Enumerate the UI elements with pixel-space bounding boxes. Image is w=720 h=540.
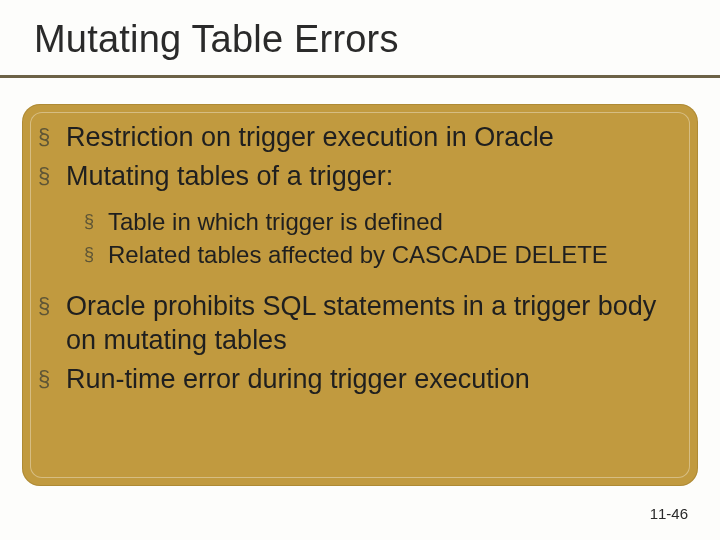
bullet-level1: § Mutating tables of a trigger: <box>38 159 682 194</box>
slide: Mutating Table Errors § Restriction on t… <box>0 0 720 540</box>
slide-title: Mutating Table Errors <box>34 18 720 61</box>
title-area: Mutating Table Errors <box>0 0 720 67</box>
bullet-text: Run-time error during trigger execution <box>66 362 682 397</box>
bullet-level2: § Table in which trigger is defined <box>84 207 682 238</box>
bullet-text: Restriction on trigger execution in Orac… <box>66 120 682 155</box>
square-bullet-icon: § <box>38 289 66 358</box>
bullet-level2: § Related tables affected by CASCADE DEL… <box>84 240 682 271</box>
square-bullet-icon: § <box>84 207 108 238</box>
sub-bullet-group: § Table in which trigger is defined § Re… <box>84 207 682 270</box>
square-bullet-icon: § <box>84 240 108 271</box>
page-number: 11-46 <box>650 505 688 522</box>
bullet-text: Mutating tables of a trigger: <box>66 159 682 194</box>
bullet-text: Oracle prohibits SQL statements in a tri… <box>66 289 682 358</box>
content-body: § Restriction on trigger execution in Or… <box>38 116 682 400</box>
square-bullet-icon: § <box>38 362 66 397</box>
square-bullet-icon: § <box>38 120 66 155</box>
bullet-text: Related tables affected by CASCADE DELET… <box>108 240 682 271</box>
square-bullet-icon: § <box>38 159 66 194</box>
bullet-level1: § Restriction on trigger execution in Or… <box>38 120 682 155</box>
bullet-level1: § Oracle prohibits SQL statements in a t… <box>38 289 682 358</box>
title-underline <box>0 75 720 78</box>
bullet-level1: § Run-time error during trigger executio… <box>38 362 682 397</box>
bullet-text: Table in which trigger is defined <box>108 207 682 238</box>
